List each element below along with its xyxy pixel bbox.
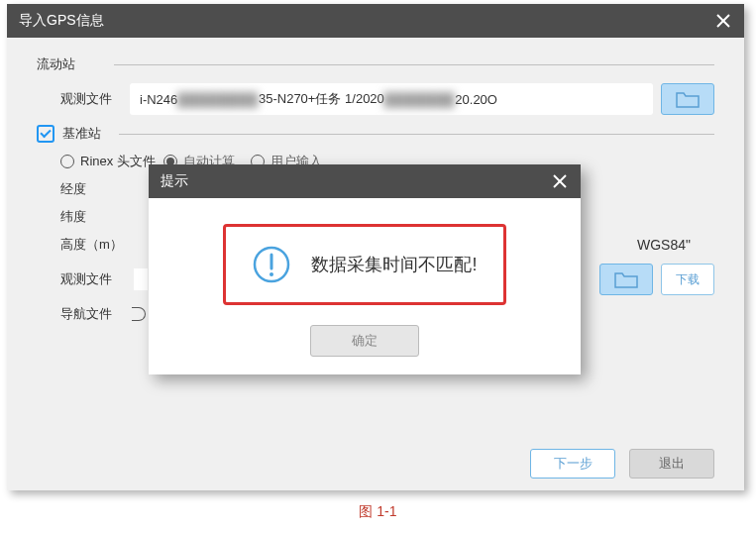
close-icon[interactable] bbox=[714, 12, 732, 30]
next-button[interactable]: 下一步 bbox=[530, 449, 615, 479]
base-obs-label: 观测文件 bbox=[60, 270, 130, 288]
bottom-bar: 下一步 退出 bbox=[530, 449, 714, 479]
download-button[interactable]: 下载 bbox=[661, 264, 714, 295]
nav-radio-partial bbox=[132, 307, 146, 321]
base-enable-checkbox[interactable] bbox=[37, 125, 54, 143]
base-section-header: 基准站 bbox=[37, 125, 714, 143]
rover-label: 流动站 bbox=[37, 55, 96, 73]
alert-message-box: 数据采集时间不匹配! bbox=[223, 224, 505, 305]
figure-caption: 图 1-1 bbox=[0, 503, 756, 521]
ok-button[interactable]: 确定 bbox=[310, 325, 419, 357]
warning-icon bbox=[252, 245, 291, 284]
modal-titlebar: 提示 bbox=[149, 164, 581, 198]
modal-close-icon[interactable] bbox=[551, 172, 569, 190]
rover-obs-row: 观测文件 i-N246 ████████ 35-N270+任务 1/2020 █… bbox=[60, 83, 714, 115]
lon-label: 经度 bbox=[60, 180, 130, 198]
rover-obs-label: 观测文件 bbox=[60, 90, 130, 108]
titlebar: 导入GPS信息 bbox=[7, 4, 744, 38]
svg-point-6 bbox=[270, 272, 273, 276]
lat-label: 纬度 bbox=[60, 208, 130, 226]
alert-message: 数据采集时间不匹配! bbox=[311, 253, 477, 276]
window-title: 导入GPS信息 bbox=[19, 12, 104, 30]
rinex-label: Rinex 头文件 bbox=[80, 153, 156, 170]
rover-section-header: 流动站 bbox=[37, 55, 714, 73]
base-obs-browse-button[interactable] bbox=[599, 264, 653, 295]
rover-obs-input[interactable]: i-N246 ████████ 35-N270+任务 1/2020 ██████… bbox=[130, 83, 653, 115]
base-label: 基准站 bbox=[62, 125, 101, 143]
alert-dialog: 提示 数据采集时间不匹配! 确定 bbox=[149, 164, 581, 374]
divider bbox=[114, 64, 714, 65]
wgs-label: WGS84" bbox=[637, 237, 691, 253]
divider bbox=[119, 134, 714, 135]
exit-button[interactable]: 退出 bbox=[629, 449, 714, 479]
modal-title: 提示 bbox=[161, 172, 188, 190]
rover-browse-button[interactable] bbox=[661, 83, 714, 115]
height-label: 高度（m） bbox=[60, 236, 140, 254]
rinex-radio[interactable] bbox=[60, 155, 74, 168]
base-nav-label: 导航文件 bbox=[60, 305, 130, 323]
